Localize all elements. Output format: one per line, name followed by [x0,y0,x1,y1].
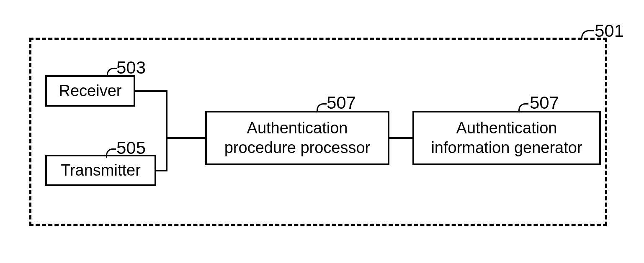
processor-label: Authentication procedure processor [224,118,371,158]
transmitter-label: Transmitter [61,161,141,181]
receiver-ref-label: 503 [116,58,146,78]
processor-block: Authentication procedure processor [205,111,389,165]
connector-vertical-junction [166,90,167,171]
receiver-block: Receiver [45,75,135,107]
generator-ref-label: 507 [530,93,559,113]
container-ref-label: 501 [595,21,624,41]
connector-receiver-junction [135,90,167,92]
generator-block: Authentication information generator [412,111,601,165]
receiver-label: Receiver [59,81,122,101]
transmitter-ref-label: 505 [116,138,146,158]
processor-ref-label: 507 [327,93,356,113]
transmitter-block: Transmitter [45,155,156,186]
generator-label: Authentication information generator [431,118,582,158]
container-ref-tick [581,30,594,39]
connector-processor-generator [389,137,412,139]
connector-junction-processor [166,137,206,139]
